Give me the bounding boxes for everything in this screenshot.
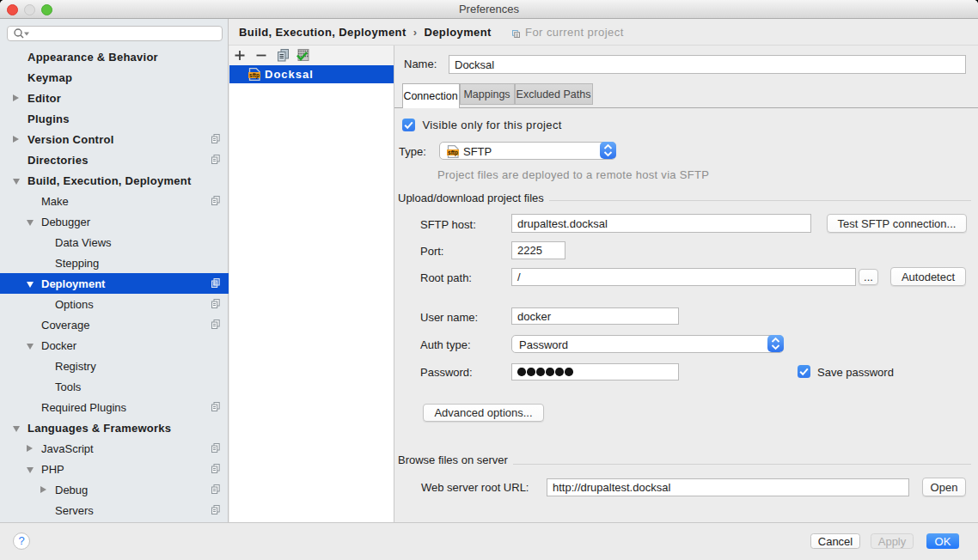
svg-text:sftp: sftp <box>249 72 260 79</box>
svg-text:sftp: sftp <box>448 149 458 156</box>
